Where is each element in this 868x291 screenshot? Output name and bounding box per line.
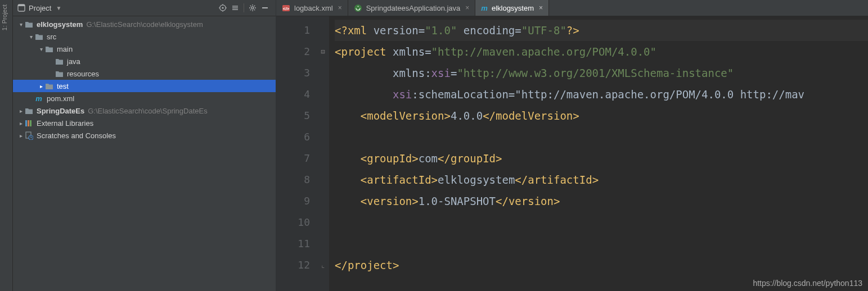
chevron-right-icon[interactable]: ▸: [38, 83, 44, 89]
folder-icon: [44, 81, 53, 90]
tree-row[interactable]: ▸Scratches and Consoles: [13, 129, 276, 142]
code-line[interactable]: xmlns:xsi="http://www.w3.org/2001/XMLSch…: [335, 62, 868, 84]
close-tab-icon[interactable]: ×: [338, 4, 342, 12]
project-tree[interactable]: ▾elklogsystemG:\ElasticSearch\code\elklo…: [13, 16, 276, 291]
fold-marker: [317, 169, 329, 190]
folder-icon: [24, 106, 33, 115]
line-number[interactable]: 4: [276, 84, 310, 105]
tree-row[interactable]: ▾src: [13, 30, 276, 43]
fold-marker: [317, 190, 329, 212]
svg-line-17: [254, 10, 255, 10]
fold-marker: ⌞: [317, 254, 329, 276]
folder-icon: [44, 44, 53, 53]
tree-row[interactable]: ▾main: [13, 43, 276, 55]
tree-row[interactable]: ▸java: [13, 55, 276, 67]
svg-point-29: [357, 6, 358, 7]
line-number[interactable]: 5: [276, 105, 310, 126]
separator: [244, 3, 244, 12]
editor-tabs: </>logback.xml×SpringdateesApplication.j…: [276, 0, 868, 16]
editor-tab-label: elklogsystem: [492, 4, 534, 12]
svg-point-28: [354, 4, 362, 12]
line-number[interactable]: 3: [276, 62, 310, 84]
fold-column[interactable]: ⊟⌞: [317, 16, 329, 291]
svg-rect-20: [262, 7, 268, 8]
svg-point-11: [251, 7, 254, 9]
code-line[interactable]: <modelVersion>4.0.0</modelVersion>: [335, 105, 868, 126]
code-line[interactable]: [335, 233, 868, 254]
line-number[interactable]: 12: [276, 254, 310, 276]
code-line[interactable]: <artifactId>elklogsystem</artifactId>: [335, 169, 868, 190]
tree-row[interactable]: ▸test: [13, 80, 276, 92]
tree-row-label: Scratches and Consoles: [37, 131, 116, 140]
project-panel-header: Project ▼: [13, 0, 276, 16]
folder-icon: [55, 57, 64, 66]
line-number[interactable]: 9: [276, 190, 310, 212]
editor-tab[interactable]: </>logback.xml×: [276, 0, 348, 16]
java-file-icon: [354, 4, 362, 12]
code-line[interactable]: xsi:schemaLocation="http://maven.apache.…: [335, 84, 868, 105]
svg-rect-23: [30, 120, 32, 126]
chevron-down-icon[interactable]: ▾: [28, 34, 34, 40]
scratch-icon: [24, 131, 33, 140]
svg-point-3: [222, 7, 223, 8]
line-number[interactable]: 8: [276, 169, 310, 190]
tree-row-label: pom.xml: [47, 94, 74, 103]
tree-row-label: External Libraries: [37, 119, 93, 128]
hide-panel-button[interactable]: [259, 2, 271, 14]
code-line[interactable]: <?xml version="1.0" encoding="UTF-8"?>: [335, 20, 868, 41]
tree-row[interactable]: ▸resources: [13, 67, 276, 80]
editor-area: </>logback.xml×SpringdateesApplication.j…: [276, 0, 868, 291]
svg-rect-21: [25, 120, 27, 126]
svg-line-16: [250, 6, 251, 6]
project-view-selector[interactable]: Project ▼: [17, 4, 61, 12]
chevron-right-icon[interactable]: ▸: [17, 108, 24, 114]
svg-text:</>: </>: [283, 6, 290, 11]
project-panel: Project ▼ ▾elklogsystemG:\ElasticSearch\…: [13, 0, 276, 291]
tree-row-label: elklogsystem: [37, 20, 83, 29]
code-line[interactable]: [335, 212, 868, 233]
fold-marker: [317, 62, 329, 84]
tree-row-path: G:\ElasticSearch\code\SpringDateEs: [88, 107, 207, 115]
chevron-right-icon[interactable]: ▸: [17, 120, 24, 126]
line-number[interactable]: 10: [276, 212, 310, 233]
svg-line-19: [254, 6, 255, 6]
line-number[interactable]: 11: [276, 233, 310, 254]
line-number[interactable]: 2: [276, 41, 310, 62]
close-tab-icon[interactable]: ×: [465, 4, 469, 12]
fold-marker: [317, 126, 329, 148]
line-number[interactable]: 6: [276, 126, 310, 148]
maven-icon: m: [34, 94, 43, 103]
chevron-right-icon[interactable]: ▸: [17, 133, 24, 139]
code-editor[interactable]: <?xml version="1.0" encoding="UTF-8"?><p…: [329, 16, 868, 291]
fold-marker[interactable]: ⊟: [317, 41, 329, 62]
tree-row[interactable]: ▸SpringDateEsG:\ElasticSearch\code\Sprin…: [13, 104, 276, 117]
chevron-down-icon[interactable]: ▾: [38, 46, 44, 52]
line-gutter[interactable]: 123456789101112: [276, 16, 317, 291]
fold-marker: [317, 20, 329, 41]
svg-line-18: [250, 10, 251, 10]
project-settings-button[interactable]: [246, 2, 259, 14]
expand-all-button[interactable]: [229, 2, 241, 14]
line-number[interactable]: 7: [276, 148, 310, 169]
folder-icon: [24, 20, 33, 29]
tree-row-label: resources: [67, 70, 99, 78]
line-number[interactable]: 1: [276, 20, 310, 41]
code-line[interactable]: <version>1.0-SNAPSHOT</version>: [335, 190, 868, 212]
tree-row[interactable]: ▾elklogsystemG:\ElasticSearch\code\elklo…: [13, 18, 276, 30]
tree-row[interactable]: ▸mpom.xml: [13, 92, 276, 104]
tree-row-label: java: [67, 57, 80, 66]
close-tab-icon[interactable]: ×: [539, 4, 543, 12]
toolwindow-project-button[interactable]: 1: Project: [0, 0, 9, 35]
code-line[interactable]: <project xmlns="http://maven.apache.org/…: [335, 41, 868, 62]
code-line[interactable]: </project>: [335, 254, 868, 276]
libs-icon: [24, 119, 33, 128]
locate-target-button[interactable]: [217, 2, 229, 14]
tree-row[interactable]: ▸External Libraries: [13, 117, 276, 129]
editor-tab[interactable]: SpringdateesApplication.java×: [348, 0, 476, 16]
tree-row-label: main: [57, 45, 73, 53]
chevron-down-icon[interactable]: ▾: [17, 21, 24, 28]
editor-tab-label: logback.xml: [294, 4, 333, 12]
code-line[interactable]: <groupId>com</groupId>: [335, 148, 868, 169]
code-line[interactable]: [335, 126, 868, 148]
editor-tab[interactable]: melklogsystem×: [475, 0, 549, 16]
